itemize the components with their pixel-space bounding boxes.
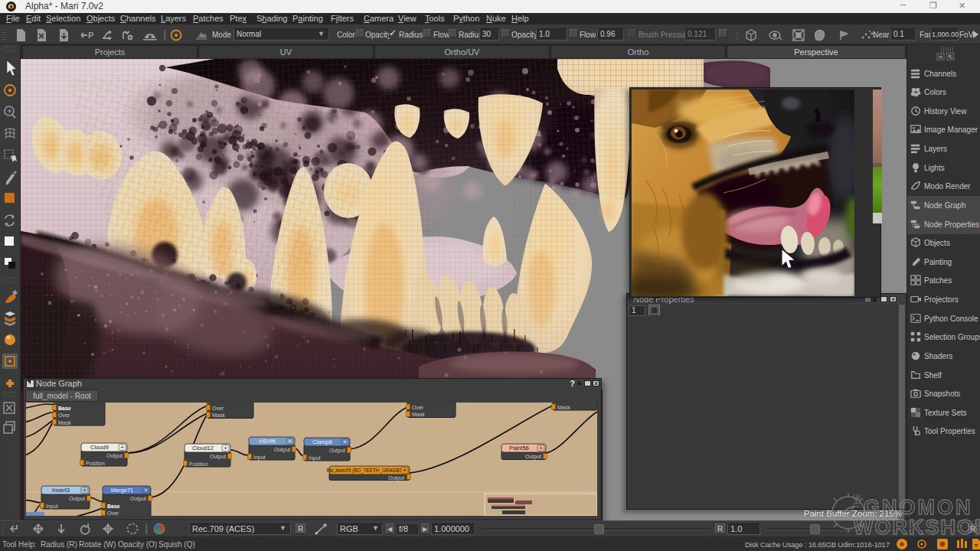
svg-text:+: + [403, 467, 407, 474]
svg-text:Output: Output [106, 453, 122, 459]
svg-text:Output: Output [210, 454, 226, 460]
svg-text:Cloud9: Cloud9 [90, 444, 109, 451]
svg-text:+: + [288, 438, 292, 445]
svg-text:Over: Over [212, 406, 224, 411]
svg-text:Output: Output [274, 447, 290, 453]
svg-text:Receiver29 (BO_TEETH_GRADIENT): Receiver29 (BO_TEETH_GRADIENT) [326, 468, 408, 474]
svg-text:Mask: Mask [58, 420, 71, 425]
svg-text:+: + [343, 439, 347, 445]
svg-text:+: + [144, 487, 148, 494]
svg-text:Cloud12: Cloud12 [192, 445, 214, 452]
svg-text:HSVift: HSVift [259, 438, 276, 445]
svg-text:Output: Output [329, 448, 345, 454]
svg-text:x: x [58, 403, 61, 403]
svg-text:Over: Over [58, 412, 70, 418]
svg-text:+: + [120, 444, 124, 451]
svg-text:+: + [83, 487, 87, 494]
svg-text:Merge71: Merge71 [111, 487, 134, 494]
svg-text:x: x [212, 403, 215, 403]
svg-text:+: + [539, 445, 543, 452]
svg-text:Over: Over [412, 405, 424, 410]
svg-text:P: P [88, 31, 93, 40]
svg-text:Base: Base [58, 406, 71, 411]
svg-text:Output: Output [388, 475, 404, 481]
svg-text:Position: Position [189, 461, 208, 467]
svg-text:Base: Base [107, 504, 120, 509]
svg-text:Input: Input [46, 504, 58, 510]
svg-text:Output: Output [130, 496, 146, 502]
svg-text:Output: Output [525, 454, 541, 460]
svg-text:Mask: Mask [557, 405, 570, 410]
svg-text:Over: Over [107, 510, 119, 516]
svg-text:Output: Output [69, 496, 85, 502]
svg-text:Paint56: Paint56 [509, 445, 528, 452]
svg-text:Mask: Mask [412, 412, 425, 417]
svg-text:+: + [224, 445, 227, 452]
svg-text:Invert3: Invert3 [52, 487, 70, 494]
svg-text:Mask: Mask [212, 412, 225, 418]
svg-text:Input: Input [253, 455, 266, 461]
svg-text:Input: Input [309, 455, 321, 461]
svg-text:Position: Position [86, 461, 105, 466]
svg-text:Clamp6: Clamp6 [312, 439, 332, 445]
